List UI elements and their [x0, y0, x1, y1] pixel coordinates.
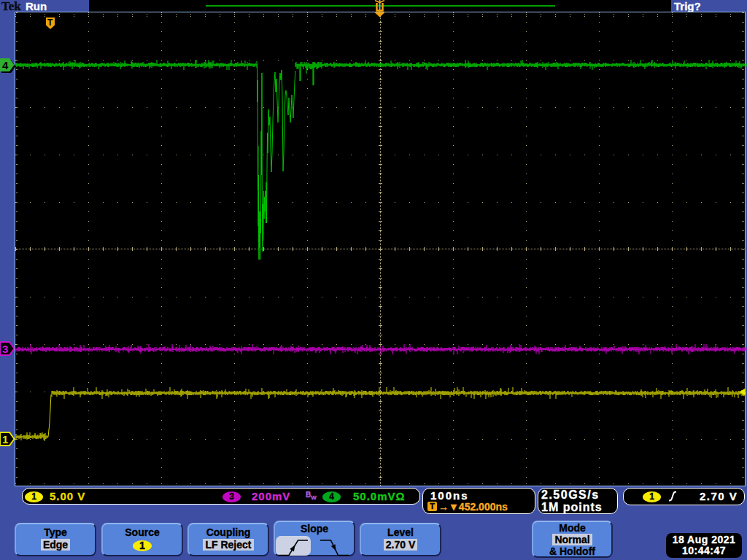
- svg-text:1: 1: [2, 433, 8, 446]
- svg-text:3: 3: [2, 343, 8, 355]
- svg-text:T: T: [47, 18, 53, 28]
- svg-text:4: 4: [2, 59, 9, 71]
